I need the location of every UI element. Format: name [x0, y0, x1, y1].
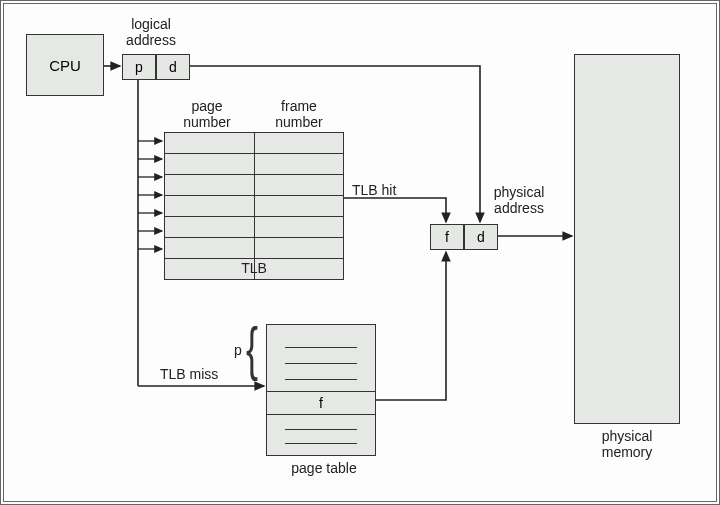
- tlb-cell: [165, 238, 255, 259]
- tlb-address-translation-diagram: CPU logical address p d page number fram…: [0, 0, 720, 505]
- tlb-caption: TLB: [224, 260, 284, 276]
- physical-memory-label: physical memory: [574, 428, 680, 460]
- cpu-block: CPU: [26, 34, 104, 96]
- tlb-cell: [165, 154, 255, 175]
- logical-address-p-text: p: [135, 59, 143, 75]
- tlb-cell: [254, 175, 344, 196]
- physical-address-label: physical address: [484, 184, 554, 216]
- tlb-cell: [254, 133, 344, 154]
- tlb-cell: [254, 196, 344, 217]
- page-table-caption: page table: [284, 460, 364, 476]
- physical-address-f: f: [430, 224, 464, 250]
- page-table-entry: [285, 429, 357, 430]
- tlb-col-page-number: page number: [162, 98, 252, 130]
- tlb-cell: [254, 217, 344, 238]
- page-table-entry: [285, 443, 357, 444]
- tlb-miss-label: TLB miss: [160, 366, 240, 382]
- tlb-cell: [165, 196, 255, 217]
- page-table-f-text: f: [319, 395, 323, 411]
- page-table-frame-cell: f: [267, 391, 375, 415]
- logical-address-label: logical address: [116, 16, 186, 48]
- tlb-col-frame-number: frame number: [254, 98, 344, 130]
- tlb-cell: [165, 217, 255, 238]
- logical-address-p: p: [122, 54, 156, 80]
- page-table-index-p: p: [230, 342, 246, 358]
- page-table-entry: [285, 363, 357, 364]
- physical-address-d-text: d: [477, 229, 485, 245]
- page-table-entry: [285, 379, 357, 380]
- page-table-entry: [285, 347, 357, 348]
- physical-address-f-text: f: [445, 229, 449, 245]
- tlb-hit-label: TLB hit: [352, 182, 422, 198]
- physical-memory-block: [574, 54, 680, 424]
- brace-icon: {: [246, 324, 258, 374]
- arrow-pagetable-f-to-physical-f: [376, 252, 446, 400]
- arrow-tlb-hit-to-f: [344, 198, 446, 222]
- page-table: f: [266, 324, 376, 456]
- cpu-label: CPU: [49, 57, 81, 74]
- tlb-rows: [164, 132, 344, 280]
- physical-address-d: d: [464, 224, 498, 250]
- tlb-cell: [165, 175, 255, 196]
- logical-address-d-text: d: [169, 59, 177, 75]
- tlb-cell: [165, 133, 255, 154]
- tlb-table: [164, 132, 344, 258]
- tlb-cell: [254, 154, 344, 175]
- tlb-cell: [254, 238, 344, 259]
- logical-address-d: d: [156, 54, 190, 80]
